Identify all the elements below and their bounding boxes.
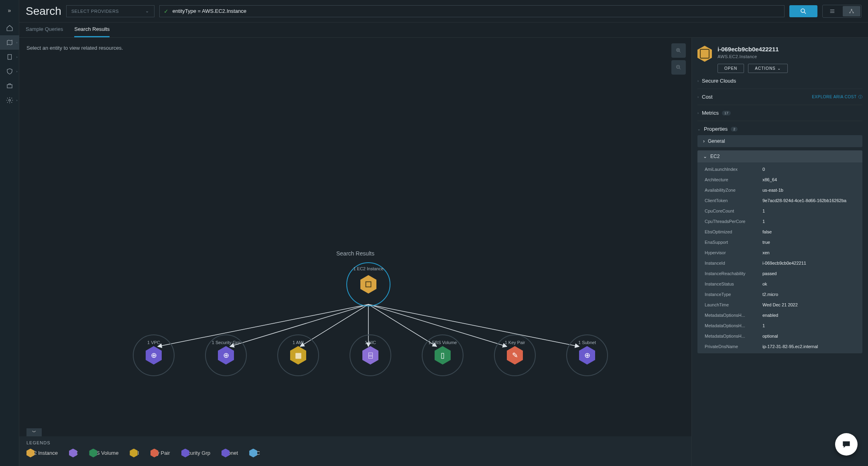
node-child[interactable]: 1 NIC ⌸ — [346, 334, 394, 376]
node-type-icon: ⊕ — [584, 351, 590, 360]
legends-panel: LEGENDS EC2 InstanceNICEBS VolumeAMIKey … — [19, 436, 691, 466]
graph-canvas[interactable]: Select an entity to view related resourc… — [19, 38, 691, 466]
node-child[interactable]: 1 Key Pair ✎ — [491, 334, 539, 376]
subsection-ec2: ⌄ EC2 AmiLaunchIndex0Architecturex86_64A… — [697, 150, 862, 353]
property-row: InstanceTypet2.micro — [697, 289, 862, 300]
chevron-down-icon: ⌄ — [777, 66, 781, 71]
view-graph-button[interactable] — [843, 6, 860, 16]
property-row: Hypervisorxen — [697, 247, 862, 258]
property-key: LaunchTime — [705, 302, 757, 307]
property-row: Architecturex86_64 — [697, 174, 862, 185]
node-type-icon: ▦ — [295, 351, 302, 360]
tab-sample-queries[interactable]: Sample Queries — [26, 22, 63, 37]
view-list-button[interactable] — [823, 6, 841, 16]
tab-search-results[interactable]: Search Results — [74, 22, 110, 37]
property-row: EbsOptimizedfalse — [697, 227, 862, 237]
map-icon — [6, 39, 13, 46]
actions-button[interactable]: ACTIONS ⌄ — [748, 64, 787, 73]
header: Search SELECT PROVIDERS ⌄ ✓ entityType =… — [19, 0, 868, 22]
node-type-icon: ▯ — [441, 351, 445, 360]
tabs: Sample Queries Search Results — [19, 22, 868, 38]
nav-security[interactable]: › — [0, 64, 19, 79]
legend-item: Security Grp — [181, 450, 210, 456]
legends-collapse-button[interactable]: ︾ — [26, 428, 42, 436]
home-icon — [6, 24, 13, 32]
ec2-instance-icon — [364, 280, 373, 289]
node-type-icon: ⊕ — [151, 351, 157, 360]
section-secure-clouds[interactable]: › Secure Clouds — [697, 73, 862, 89]
section-properties-header[interactable]: ⌄ Properties 2 — [697, 126, 862, 132]
provider-select[interactable]: SELECT PROVIDERS ⌄ — [66, 5, 154, 17]
node-root-ec2[interactable]: 1 EC2 Instance — [344, 262, 392, 306]
property-key: CpuCoreCount — [705, 209, 757, 213]
nav-settings[interactable]: › — [0, 93, 19, 107]
node-child[interactable]: 1 Subnet ⊕ — [563, 334, 611, 376]
legends-title: LEGENDS — [26, 440, 684, 445]
property-row: PrivateDnsNameip-172-31-82-95.ec2.intern… — [697, 341, 862, 352]
property-value: us-east-1b — [762, 188, 783, 192]
search-button[interactable] — [789, 5, 817, 17]
property-value: t2.micro — [762, 292, 778, 297]
graph-title: Search Results — [336, 250, 374, 257]
chevron-right-icon: › — [697, 79, 699, 83]
section-properties: ⌄ Properties 2 › General ⌄ EC2 — [697, 121, 862, 358]
node-child[interactable]: 1 EBS Volume ▯ — [419, 334, 467, 376]
chevron-down-icon: ⌄ — [697, 127, 701, 131]
graph-icon — [848, 8, 855, 14]
property-key: MetadataOptionsH... — [705, 323, 757, 328]
nav-toolbox[interactable] — [0, 79, 19, 93]
property-value: enabled — [762, 313, 778, 318]
property-key: InstanceReachability — [705, 271, 757, 276]
nav-search[interactable]: › — [0, 35, 19, 50]
chevron-right-icon: › — [703, 138, 705, 144]
legend-item: Subnet — [222, 450, 238, 456]
chevron-right-icon: › — [697, 111, 699, 115]
property-key: EbsOptimized — [705, 229, 757, 234]
property-value: true — [762, 240, 770, 245]
property-key: Architecture — [705, 177, 757, 182]
open-button[interactable]: OPEN — [718, 64, 744, 73]
node-type-icon: ⊕ — [223, 351, 229, 360]
subsection-general[interactable]: › General — [697, 135, 862, 147]
chevron-down-icon: ⌄ — [703, 154, 707, 159]
property-key: MetadataOptionsH... — [705, 313, 757, 318]
node-child[interactable]: 1 VPC ⊕ — [130, 334, 178, 376]
info-icon: ⓘ — [858, 94, 863, 100]
query-input[interactable]: ✓ entityType = AWS.EC2.Instance — [159, 5, 785, 17]
property-key: AmiLaunchIndex — [705, 167, 757, 172]
chat-icon — [841, 439, 852, 450]
property-row: InstanceStatusok — [697, 279, 862, 289]
property-row: InstanceReachabilitypassed — [697, 268, 862, 279]
property-row: MetadataOptionsH...optional — [697, 331, 862, 341]
legend-item: EBS Volume — [89, 450, 118, 456]
nav-home[interactable] — [0, 21, 19, 35]
subsection-ec2-header[interactable]: ⌄ EC2 — [697, 150, 862, 162]
legend-item: AMI — [130, 450, 139, 456]
shield-icon — [6, 68, 13, 75]
nav-resources[interactable]: › — [0, 50, 19, 64]
list-icon — [829, 8, 836, 14]
property-value: false — [762, 229, 772, 234]
svg-rect-0 — [8, 55, 11, 59]
sidebar-expand-button[interactable]: » — [0, 3, 19, 18]
node-child[interactable]: 1 AMI ▦ — [274, 334, 322, 376]
section-cost[interactable]: › Cost EXPLORE ARIA COST ⓘ — [697, 89, 862, 105]
property-row: MetadataOptionsH...enabled — [697, 310, 862, 320]
property-value: 0 — [762, 167, 765, 172]
details-title: i-069ecb9cb0e422211 — [718, 46, 862, 53]
property-row: InstanceIdi-069ecb9cb0e422211 — [697, 258, 862, 268]
property-key: InstanceType — [705, 292, 757, 297]
property-value: 9e7acd28-924d-4ce1-8d66-162bb16262ba — [762, 198, 846, 203]
section-metrics[interactable]: › Metrics 17 — [697, 105, 862, 121]
property-value: xen — [762, 250, 770, 255]
node-type-icon: ⌸ — [368, 351, 373, 360]
explore-aria-cost-link[interactable]: EXPLORE ARIA COST ⓘ — [812, 94, 862, 100]
details-panel: i-069ecb9cb0e422211 AWS.EC2.Instance OPE… — [691, 38, 868, 466]
legend-item: EC2 Instance — [26, 450, 58, 456]
help-chat-button[interactable] — [835, 433, 858, 456]
property-value: ok — [762, 282, 767, 286]
property-value: x86_64 — [762, 177, 777, 182]
svg-rect-16 — [366, 282, 371, 287]
svg-point-2 — [8, 99, 10, 101]
node-child[interactable]: 1 Security Grp ⊕ — [202, 334, 250, 376]
